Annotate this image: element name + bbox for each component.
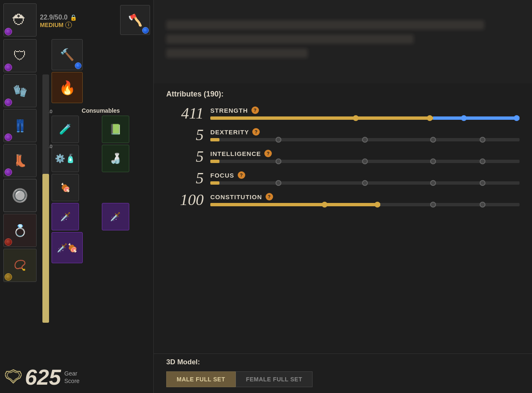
boots-slot[interactable]: 👢: [3, 144, 37, 177]
ring-slot[interactable]: 💍: [3, 214, 37, 247]
constitution-value: 100: [166, 192, 204, 208]
helmet-slot[interactable]: ⛑: [3, 3, 37, 37]
blurred-row-1: [166, 20, 484, 30]
focus-value: 5: [166, 170, 204, 186]
dex-dot-3: [430, 137, 436, 143]
dex-dot-1: [276, 137, 281, 143]
strength-dot-1: [353, 115, 359, 121]
spacer: [102, 174, 103, 201]
gloves-slot[interactable]: 🧤: [3, 74, 37, 107]
consumable-5[interactable]: 🍖: [52, 174, 79, 201]
con-dot-1: [322, 202, 328, 208]
blurred-row-3: [166, 49, 308, 58]
intelligence-fill: [210, 160, 219, 163]
svg-marker-1: [7, 371, 20, 381]
consumable-7[interactable]: 🗡️: [102, 203, 129, 230]
weight-section: ⛑ 22.9/50.0 🔒 MEDIUM i 🪓: [3, 3, 150, 37]
consumable-6[interactable]: 🗡️: [52, 203, 79, 230]
gear-score-section: 625 Gear Score: [3, 361, 150, 390]
strength-name-row: STRENGTH ?: [210, 106, 520, 114]
consumable-8[interactable]: 🗡️🍖: [52, 232, 83, 263]
weight-info: 22.9/50.0 🔒 MEDIUM i: [40, 12, 117, 28]
gear-label-line1: Gear: [64, 370, 80, 377]
weight-current: 22.9: [40, 14, 53, 21]
dexterity-help[interactable]: ?: [252, 128, 260, 136]
equipment-area: 🛡 🧤 👖 23.0 👢 13.0: [3, 39, 150, 358]
lock-icon: 🔒: [70, 14, 77, 21]
dexterity-label: DEXTERITY: [210, 129, 249, 136]
consumable-2[interactable]: 📗: [102, 116, 129, 143]
dexterity-right: DEXTERITY ?: [210, 128, 520, 141]
model-tabs: MALE FULL SET FEMALE FULL SET: [166, 371, 520, 387]
weight-bar-area: 👖 23.0: [3, 109, 40, 142]
dexterity-value: 5: [166, 127, 204, 143]
encumbrance-label: MEDIUM i: [40, 22, 117, 28]
strength-help[interactable]: ?: [251, 106, 259, 114]
weight-bar-fill: [42, 174, 49, 323]
gear-score-value: 625: [25, 366, 61, 388]
focus-dot-1: [276, 180, 281, 186]
consumable-4[interactable]: 🍶: [102, 145, 129, 172]
helmet-gem: [5, 28, 12, 35]
weapon-slot-2[interactable]: 🔨: [52, 39, 83, 70]
focus-name-row: FOCUS ?: [210, 171, 520, 179]
focus-right: FOCUS ?: [210, 171, 520, 185]
weapon-slot-1[interactable]: 🪓: [120, 5, 150, 35]
strength-label: STRENGTH: [210, 107, 248, 114]
consumables-label: Consumables: [52, 107, 150, 114]
constitution-name-row: CONSTITUTION ?: [210, 193, 520, 200]
right-panel: Attributes (190): 411 STRENGTH ?: [154, 0, 532, 393]
strength-row: 411 STRENGTH ?: [166, 105, 520, 121]
strength-bar: [210, 116, 520, 120]
constitution-help[interactable]: ?: [266, 193, 273, 200]
con-dot-4: [480, 202, 485, 208]
focus-fill: [210, 181, 219, 185]
intelligence-bar: [210, 160, 520, 163]
strength-fill-blue: [433, 116, 520, 120]
intelligence-value: 5: [166, 148, 204, 164]
info-icon[interactable]: i: [65, 22, 72, 28]
slots-left: 🛡 🧤 👖 23.0 👢 13.0: [3, 39, 40, 358]
gear-label-line2: Score: [64, 377, 80, 385]
focus-dot-2: [362, 180, 368, 186]
gloves-gem: [5, 99, 12, 106]
gear-score-label: Gear Score: [64, 370, 80, 385]
dex-dot-4: [480, 137, 485, 143]
dexterity-row: 5 DEXTERITY ?: [166, 127, 520, 143]
strength-right: STRENGTH ?: [210, 106, 520, 120]
model-section: 3D Model: MALE FULL SET FEMALE FULL SET: [154, 353, 532, 393]
boots-area: 👢 13.0: [3, 144, 40, 177]
focus-row: 5 FOCUS ?: [166, 170, 520, 186]
slots-right: 🔨 🔥 Consumables 🧪 📗 ⚙️🧴 🍶 🍖 🗡️ 🗡️ 🗡️🍖: [52, 39, 150, 358]
pants-slot[interactable]: 👖: [3, 109, 37, 142]
model-header: 3D Model:: [166, 358, 520, 366]
int-dot-4: [480, 158, 485, 164]
consumable-1[interactable]: 🧪: [52, 116, 79, 143]
constitution-row: 100 CONSTITUTION ?: [166, 192, 520, 208]
consumables-grid: 🧪 📗 ⚙️🧴 🍶 🍖 🗡️ 🗡️ 🗡️🍖: [52, 116, 150, 263]
tab-male-full-set[interactable]: MALE FULL SET: [166, 371, 236, 387]
chest-gem: [5, 64, 12, 71]
weapon1-gem: [142, 27, 149, 34]
consumable-3[interactable]: ⚙️🧴: [52, 145, 79, 172]
shield-slot[interactable]: 🔘: [3, 179, 37, 212]
constitution-label: CONSTITUTION: [210, 193, 262, 200]
focus-dot-3: [430, 180, 436, 186]
left-panel: ⛑ 22.9/50.0 🔒 MEDIUM i 🪓 🛡: [0, 0, 154, 393]
weight-max: /50.0: [53, 14, 68, 21]
amulet-slot[interactable]: 📿: [3, 249, 37, 282]
vertical-weight-bar: [42, 39, 49, 358]
tab-female-full-set[interactable]: FEMALE FULL SET: [236, 371, 313, 387]
blurred-row-2: [166, 35, 414, 44]
dexterity-name-row: DEXTERITY ?: [210, 128, 520, 136]
intelligence-help[interactable]: ?: [264, 150, 272, 157]
int-dot-2: [362, 158, 368, 164]
ring-gem: [5, 238, 12, 246]
weapon-slot-3[interactable]: 🔥: [52, 72, 83, 103]
top-blurred-section: [154, 0, 532, 83]
focus-bar: [210, 181, 520, 185]
intelligence-name-row: INTELLIGENCE ?: [210, 150, 520, 157]
focus-help[interactable]: ?: [238, 171, 245, 179]
chest-slot[interactable]: 🛡: [3, 39, 37, 72]
dexterity-fill: [210, 138, 219, 141]
